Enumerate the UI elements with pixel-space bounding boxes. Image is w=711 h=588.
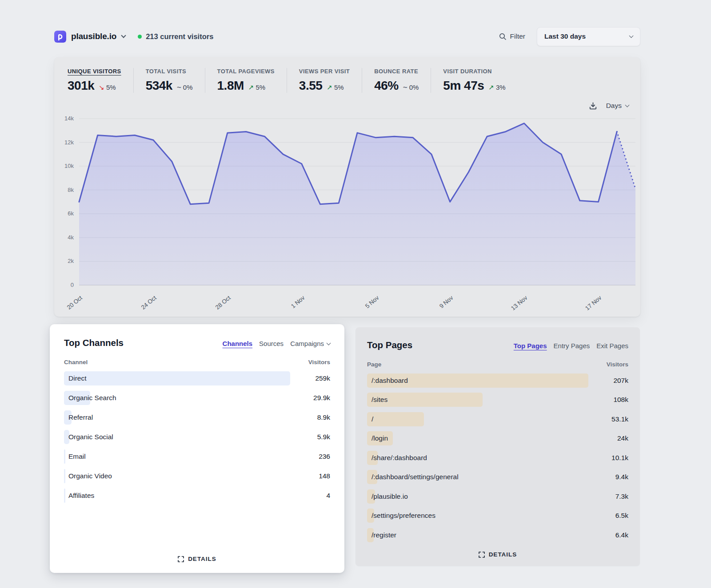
row-value: 9.4k [593, 473, 628, 481]
list-item-affiliates[interactable]: Affiliates4 [64, 486, 330, 505]
site-name: plausible.io [71, 32, 116, 41]
bar-track: /:dashboard [367, 373, 588, 388]
tab-top-pages[interactable]: Top Pages [514, 342, 547, 350]
pages-details-row: DETAILS [367, 546, 628, 560]
tab-entry-pages[interactable]: Entry Pages [554, 342, 590, 350]
svg-text:10k: 10k [64, 163, 74, 169]
tab-sources[interactable]: Sources [259, 340, 284, 347]
row-value: 8.9k [295, 413, 330, 421]
bar-track: /register [367, 528, 588, 542]
stat-bounce-rate[interactable]: BOUNCE RATE46%~0% [362, 68, 431, 93]
svg-text:1 Nov: 1 Nov [290, 294, 306, 310]
list-item-email[interactable]: Email236 [64, 447, 330, 466]
tab-label: Top Pages [514, 342, 547, 350]
stats-row: UNIQUE VISITORS301k↘5%TOTAL VISITS534k~0… [54, 68, 640, 93]
bar-track: Organic Social [64, 430, 290, 444]
list-item-organic-search[interactable]: Organic Search29.9k [64, 388, 330, 408]
stat-value-row: 5m 47s↗3% [443, 79, 505, 93]
channels-details-button[interactable]: DETAILS [178, 556, 216, 562]
top-channels-title: Top Channels [64, 338, 124, 348]
row-label: Organic Video [68, 472, 112, 480]
svg-text:17 Nov: 17 Nov [584, 294, 603, 312]
row-value: 53.1k [593, 415, 628, 423]
stat-label: VISIT DURATION [443, 68, 505, 75]
row-value: 6.5k [593, 512, 628, 520]
list-item-register[interactable]: /register6.4k [367, 525, 628, 545]
list-item-plausible-io[interactable]: /plausible.io7.3k [367, 487, 628, 506]
stat-value: 5m 47s [443, 79, 484, 93]
list-item-dashboard-settings-general[interactable]: /:dashboard/settings/general9.4k [367, 468, 628, 487]
expand-icon [178, 556, 184, 562]
site-switcher[interactable]: plausible.io [54, 31, 125, 43]
list-item-share-dashboard[interactable]: /share/:dashboard10.1k [367, 448, 628, 468]
stat-label: BOUNCE RATE [374, 68, 419, 75]
chart-area: 02k4k6k8k10k12k14k20 Oct24 Oct28 Oct1 No… [54, 113, 640, 315]
delta-up-icon: ↗ [327, 83, 332, 91]
interval-dropdown[interactable]: Days [606, 102, 629, 110]
bar-track: /settings/preferences [367, 509, 588, 523]
delta-up-icon: ↗ [488, 83, 494, 91]
plausible-logo-icon [54, 31, 66, 43]
list-item-organic-video[interactable]: Organic Video148 [64, 466, 330, 486]
channel-column-label: Channel [64, 359, 88, 366]
live-indicator-dot [138, 35, 142, 39]
pages-details-button[interactable]: DETAILS [479, 551, 517, 558]
tab-exit-pages[interactable]: Exit Pages [596, 342, 628, 350]
tab-campaigns[interactable]: Campaigns [290, 340, 330, 347]
bar-track: Direct [64, 371, 290, 385]
download-button[interactable] [589, 102, 597, 110]
tab-label: Exit Pages [596, 342, 628, 350]
interval-value: Days [606, 102, 622, 110]
list-item-organic-social[interactable]: Organic Social5.9k [64, 427, 330, 447]
stat-unique-visitors[interactable]: UNIQUE VISITORS301k↘5% [68, 68, 133, 93]
stat-total-visits[interactable]: TOTAL VISITS534k~0% [133, 68, 205, 93]
list-item-direct[interactable]: Direct259k [64, 369, 330, 388]
channels-column-header: Channel Visitors [64, 359, 330, 366]
stat-value-row: 3.55↗5% [299, 79, 350, 93]
bar-track: Organic Search [64, 391, 290, 405]
visitors-column-label: Visitors [607, 361, 628, 368]
row-value: 207k [593, 377, 628, 385]
list-item-root[interactable]: /53.1k [367, 409, 628, 429]
stat-value-row: 1.8M↗5% [217, 79, 275, 93]
tab-channels[interactable]: Channels [223, 340, 253, 347]
row-label: /share/:dashboard [371, 454, 427, 462]
row-label: / [371, 415, 373, 423]
bar-track: Email [64, 449, 290, 464]
stat-views-per-visit[interactable]: VIEWS PER VISIT3.55↗5% [287, 68, 362, 93]
svg-text:2k: 2k [68, 258, 74, 264]
list-item-settings-preferences[interactable]: /settings/preferences6.5k [367, 506, 628, 526]
row-value: 259k [295, 374, 330, 382]
search-icon [499, 33, 507, 40]
filter-label: Filter [510, 32, 525, 40]
list-item-sites[interactable]: /sites108k [367, 390, 628, 410]
list-item-login[interactable]: /login24k [367, 429, 628, 449]
row-value: 10.1k [593, 454, 628, 462]
chevron-down-icon [327, 341, 331, 345]
row-value: 236 [295, 453, 330, 461]
delta-value: 5% [106, 83, 116, 91]
row-value: 6.4k [593, 531, 628, 539]
list-item-referral[interactable]: Referral8.9k [64, 408, 330, 427]
filter-button[interactable]: Filter [499, 32, 525, 40]
svg-text:9 Nov: 9 Nov [438, 294, 455, 310]
delta-down-icon: ↘ [99, 83, 104, 91]
bar-track: /plausible.io [367, 489, 588, 504]
stat-delta: ↗3% [488, 83, 505, 91]
row-label: /login [371, 434, 388, 442]
stat-visit-duration[interactable]: VISIT DURATION5m 47s↗3% [431, 68, 517, 93]
date-range-dropdown[interactable]: Last 30 days [537, 27, 640, 46]
top-channels-header: Top Channels ChannelsSourcesCampaigns [64, 338, 330, 348]
stat-total-pageviews[interactable]: TOTAL PAGEVIEWS1.8M↗5% [205, 68, 287, 93]
row-value: 148 [295, 472, 330, 480]
row-label: Affiliates [68, 492, 94, 500]
tab-label: Sources [259, 340, 284, 347]
svg-text:0: 0 [71, 282, 74, 288]
list-item-dashboard[interactable]: /:dashboard207k [367, 371, 628, 390]
stat-label: UNIQUE VISITORS [68, 68, 121, 75]
chevron-down-icon [121, 33, 126, 38]
svg-text:20 Oct: 20 Oct [66, 294, 84, 311]
bar-track: /sites [367, 393, 588, 407]
dashboard-page: plausible.io 213 current visitors Filter… [54, 28, 640, 573]
current-visitors[interactable]: 213 current visitors [138, 32, 213, 41]
